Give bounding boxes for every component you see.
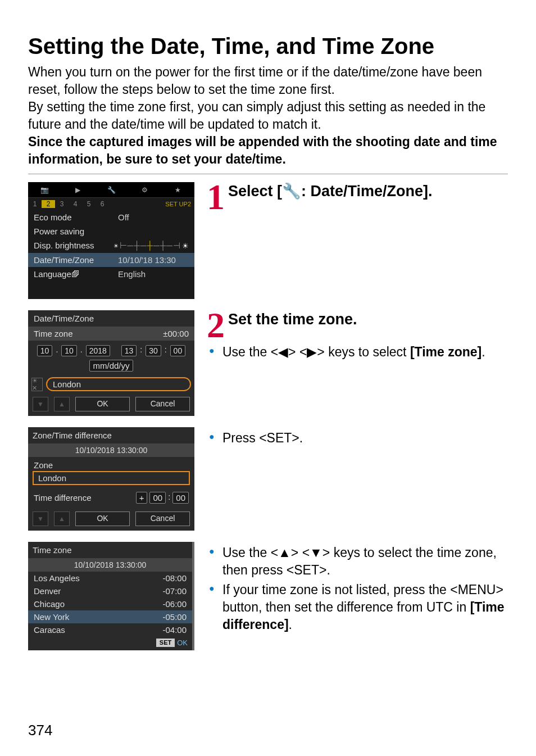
menu-item-highlighted: Date/Time/Zone 10/10/'18 13:30 [28, 253, 194, 267]
up-arrow-icon: ▲ [54, 397, 70, 411]
cancel-button: Cancel [135, 511, 190, 526]
tz-row: Denver -07:00 [28, 585, 192, 597]
minute-box: 30 [146, 345, 161, 356]
datetime-dialog-screenshot: Date/Time/Zone Time zone ±00:00 10. 10. … [28, 310, 194, 416]
tab-cog-icon: ⚙ [128, 182, 161, 197]
datetime-label: 10/10/2018 13:30:00 [28, 443, 194, 457]
timezone-list-screenshot: Time zone 10/10/2018 13:30:00 Los Angele… [28, 542, 194, 650]
footer: SET OK [28, 636, 192, 650]
second-box: 00 [170, 345, 186, 356]
subtab: 5 [82, 200, 96, 208]
divider [28, 174, 508, 174]
tz-offset: -04:00 [162, 625, 187, 635]
hour-box: 13 [121, 345, 137, 356]
subtab: 4 [69, 200, 82, 208]
page-title: Setting the Date, Time, and Time Zone [28, 34, 508, 59]
step-number: 1 [207, 182, 225, 212]
month-box: 10 [37, 345, 53, 356]
ok-label: OK [177, 639, 188, 647]
dialog-title: Time zone [28, 542, 192, 558]
subtab: 2 [42, 200, 55, 208]
set-badge: SET [156, 639, 175, 647]
menu-key: Language🗊 [34, 269, 118, 279]
format-box: mm/dd/yy [89, 360, 133, 372]
menu-key: Date/Time/Zone [34, 255, 118, 265]
diff-sign-box: + [136, 492, 148, 504]
down-arrow-icon: ▼ [33, 397, 48, 411]
tz-offset: -07:00 [162, 586, 187, 596]
tz-label: Time zone [34, 329, 72, 338]
year-box: 2018 [86, 345, 110, 356]
subtab: 6 [96, 200, 109, 208]
tz-city: New York [34, 612, 69, 622]
tz-offset: -06:00 [162, 599, 187, 609]
sun-small-icon: ☀ [113, 243, 119, 249]
diff-label: Time difference [34, 493, 92, 503]
day-box: 10 [61, 345, 77, 356]
menu-item: Language🗊 English [28, 267, 194, 281]
dst-icon: ☀✕ [31, 378, 43, 391]
step-title: Set the time zone. [207, 310, 508, 328]
subtab-label: SET UP2 [165, 201, 194, 207]
dialog-title: Date/Time/Zone [28, 310, 194, 327]
menu-key: Eco mode [34, 212, 118, 222]
intro-p1: When you turn on the power for the first… [28, 64, 508, 98]
diff-min-box: 00 [172, 492, 189, 504]
tz-city: Caracas [34, 625, 65, 635]
menu-key: Disp. brightness [34, 241, 113, 251]
tz-row: Los Angeles -08:00 [28, 572, 192, 585]
sun-large-icon: ☀ [182, 242, 189, 250]
down-arrow-icon: ▼ [33, 511, 48, 526]
cancel-button: Cancel [135, 397, 190, 411]
bullet: Use the <◀> <▶> keys to select [Time zon… [207, 343, 508, 361]
tz-value: ±00:00 [163, 329, 189, 338]
tz-offset: -08:00 [162, 573, 187, 583]
tz-offset: -05:00 [162, 612, 187, 622]
page-number: 374 [28, 722, 52, 739]
zone-diff-screenshot: Zone/Time difference 10/10/2018 13:30:00… [28, 427, 194, 531]
brightness-slider: ☀ ⊢─┼─┼─┼─⊣ ☀ [113, 241, 189, 251]
intro-p2: By setting the time zone first, you can … [28, 98, 508, 133]
tz-city: Denver [34, 586, 61, 596]
time-diff-row: Time difference + 00: 00 [28, 490, 194, 508]
ok-button: OK [75, 397, 130, 411]
tab-play-icon: ▶ [61, 182, 94, 197]
menu-val: 10/10/'18 13:30 [118, 255, 176, 265]
tab-star-icon: ★ [161, 182, 194, 197]
date-time-row: 10. 10. 2018 13: 30: 00 [28, 341, 194, 359]
city-dst-row: ☀✕ London [28, 375, 194, 393]
menu-item: Disp. brightness ☀ ⊢─┼─┼─┼─⊣ ☀ [28, 238, 194, 253]
menu-key: Power saving [34, 227, 118, 236]
up-arrow-icon: ▲ [54, 511, 70, 526]
city-highlight: London [46, 377, 191, 391]
bullet: If your time zone is not listed, press t… [207, 581, 508, 633]
bullet: Use the <▲> <▼> keys to select the time … [207, 544, 508, 579]
diff-hour-box: 00 [149, 492, 166, 504]
scroll-indicator [192, 542, 194, 650]
datetime-label: 10/10/2018 13:30:00 [28, 558, 192, 572]
menu-val: English [118, 269, 146, 279]
zone-value-highlight: London [33, 471, 190, 485]
wrench-icon: 🔧 [282, 182, 301, 200]
menu-screenshot: 📷 ▶ 🔧 ⚙ ★ 1 2 3 4 5 6 SET UP2 Eco mode O… [28, 182, 194, 299]
menu-val: Off [118, 212, 129, 222]
tz-row-highlighted: New York -05:00 [28, 610, 192, 623]
step-number: 2 [207, 310, 225, 341]
slider-track: ⊢─┼─┼─┼─⊣ [120, 241, 181, 251]
tz-row: Chicago -06:00 [28, 597, 192, 610]
intro-p3: Since the captured images will be append… [28, 133, 508, 168]
menu-item: Power saving [28, 224, 194, 238]
timezone-row: Time zone ±00:00 [28, 327, 194, 341]
tab-camera-icon: 📷 [28, 182, 61, 197]
tz-row: Caracas -04:00 [28, 623, 192, 636]
date-format-row: mm/dd/yy [28, 359, 194, 375]
ok-button: OK [75, 511, 130, 526]
zone-label: Zone [28, 457, 194, 471]
intro-text: When you turn on the power for the first… [28, 64, 508, 168]
subtab: 1 [28, 200, 42, 208]
menu-item: Eco mode Off [28, 210, 194, 224]
tz-city: Chicago [34, 599, 65, 609]
step-title: Select [🔧: Date/Time/Zone]. [207, 182, 508, 200]
subtab: 3 [55, 200, 69, 208]
lang-icon: 🗊 [71, 269, 80, 279]
